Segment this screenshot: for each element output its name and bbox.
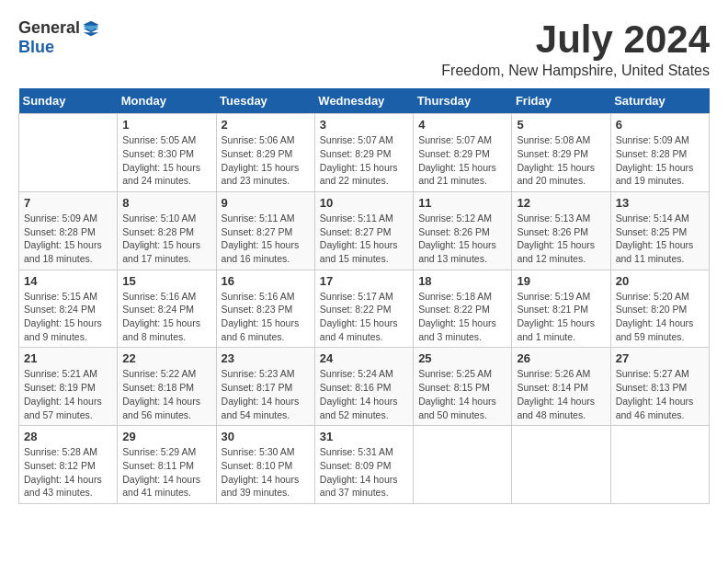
calendar-cell: 31Sunrise: 5:31 AM Sunset: 8:09 PM Dayli…	[314, 426, 413, 504]
day-info: Sunrise: 5:25 AM Sunset: 8:15 PM Dayligh…	[418, 367, 506, 421]
calendar-cell: 29Sunrise: 5:29 AM Sunset: 8:11 PM Dayli…	[118, 426, 216, 504]
day-number: 21	[24, 351, 112, 365]
header-sunday: Sunday	[19, 88, 118, 114]
logo-blue-text: Blue	[18, 38, 54, 57]
day-number: 10	[320, 196, 408, 210]
day-info: Sunrise: 5:28 AM Sunset: 8:12 PM Dayligh…	[24, 445, 112, 500]
calendar-cell: 27Sunrise: 5:27 AM Sunset: 8:13 PM Dayli…	[610, 348, 709, 426]
day-number: 4	[418, 118, 506, 132]
day-info: Sunrise: 5:09 AM Sunset: 8:28 PM Dayligh…	[24, 212, 112, 266]
day-number: 1	[122, 118, 210, 132]
calendar-cell: 2Sunrise: 5:06 AM Sunset: 8:29 PM Daylig…	[216, 114, 314, 192]
calendar-cell: 16Sunrise: 5:16 AM Sunset: 8:23 PM Dayli…	[216, 270, 314, 348]
day-info: Sunrise: 5:17 AM Sunset: 8:22 PM Dayligh…	[320, 290, 408, 344]
day-number: 27	[616, 351, 704, 365]
calendar-cell: 23Sunrise: 5:23 AM Sunset: 8:17 PM Dayli…	[216, 348, 314, 426]
calendar-cell: 7Sunrise: 5:09 AM Sunset: 8:28 PM Daylig…	[19, 191, 118, 270]
day-info: Sunrise: 5:12 AM Sunset: 8:26 PM Dayligh…	[418, 212, 506, 266]
calendar-cell: 22Sunrise: 5:22 AM Sunset: 8:18 PM Dayli…	[118, 348, 216, 426]
day-info: Sunrise: 5:13 AM Sunset: 8:26 PM Dayligh…	[517, 212, 605, 266]
day-number: 13	[616, 196, 704, 210]
day-info: Sunrise: 5:11 AM Sunset: 8:27 PM Dayligh…	[222, 212, 310, 266]
calendar-cell: 30Sunrise: 5:30 AM Sunset: 8:10 PM Dayli…	[216, 426, 314, 504]
day-number: 5	[517, 118, 605, 132]
day-info: Sunrise: 5:08 AM Sunset: 8:29 PM Dayligh…	[517, 133, 605, 188]
day-info: Sunrise: 5:16 AM Sunset: 8:23 PM Dayligh…	[222, 290, 310, 344]
day-number: 29	[122, 430, 210, 443]
calendar-cell: 10Sunrise: 5:11 AM Sunset: 8:27 PM Dayli…	[314, 191, 413, 270]
logo-general-text: General	[18, 18, 80, 38]
calendar-cell: 17Sunrise: 5:17 AM Sunset: 8:22 PM Dayli…	[314, 270, 413, 348]
day-info: Sunrise: 5:07 AM Sunset: 8:29 PM Dayligh…	[418, 133, 506, 188]
day-info: Sunrise: 5:11 AM Sunset: 8:27 PM Dayligh…	[320, 212, 408, 266]
header-monday: Monday	[118, 88, 216, 114]
calendar-week-row: 14Sunrise: 5:15 AM Sunset: 8:24 PM Dayli…	[19, 270, 710, 348]
calendar-week-row: 7Sunrise: 5:09 AM Sunset: 8:28 PM Daylig…	[19, 191, 710, 270]
day-info: Sunrise: 5:29 AM Sunset: 8:11 PM Dayligh…	[122, 445, 210, 500]
title-area: July 2024 Freedom, New Hampshire, United…	[441, 18, 710, 79]
day-number: 15	[122, 274, 210, 288]
calendar-cell: 28Sunrise: 5:28 AM Sunset: 8:12 PM Dayli…	[19, 426, 118, 504]
calendar-cell: 18Sunrise: 5:18 AM Sunset: 8:22 PM Dayli…	[414, 270, 512, 348]
calendar-cell	[19, 114, 118, 192]
calendar-table: SundayMondayTuesdayWednesdayThursdayFrid…	[18, 88, 710, 504]
day-number: 16	[222, 274, 310, 288]
header-tuesday: Tuesday	[216, 88, 314, 114]
day-info: Sunrise: 5:23 AM Sunset: 8:17 PM Dayligh…	[222, 367, 310, 421]
calendar-cell: 12Sunrise: 5:13 AM Sunset: 8:26 PM Dayli…	[512, 191, 610, 270]
logo-icon	[82, 19, 100, 38]
calendar-cell	[512, 426, 610, 504]
calendar-cell: 3Sunrise: 5:07 AM Sunset: 8:29 PM Daylig…	[314, 114, 413, 192]
day-number: 9	[222, 196, 310, 210]
day-info: Sunrise: 5:26 AM Sunset: 8:14 PM Dayligh…	[517, 367, 605, 421]
header-friday: Friday	[512, 88, 610, 114]
day-number: 25	[418, 351, 506, 365]
day-info: Sunrise: 5:30 AM Sunset: 8:10 PM Dayligh…	[222, 445, 310, 500]
day-info: Sunrise: 5:16 AM Sunset: 8:24 PM Dayligh…	[122, 290, 210, 344]
day-number: 7	[24, 196, 112, 210]
calendar-cell	[610, 426, 709, 504]
day-info: Sunrise: 5:19 AM Sunset: 8:21 PM Dayligh…	[517, 290, 605, 344]
day-info: Sunrise: 5:09 AM Sunset: 8:28 PM Dayligh…	[616, 133, 704, 188]
calendar-cell: 6Sunrise: 5:09 AM Sunset: 8:28 PM Daylig…	[610, 114, 709, 192]
calendar-week-row: 28Sunrise: 5:28 AM Sunset: 8:12 PM Dayli…	[19, 426, 710, 504]
day-number: 11	[418, 196, 506, 210]
day-number: 6	[616, 118, 704, 132]
day-info: Sunrise: 5:15 AM Sunset: 8:24 PM Dayligh…	[24, 290, 112, 344]
day-info: Sunrise: 5:24 AM Sunset: 8:16 PM Dayligh…	[320, 367, 408, 421]
calendar-cell: 19Sunrise: 5:19 AM Sunset: 8:21 PM Dayli…	[512, 270, 610, 348]
calendar-cell: 5Sunrise: 5:08 AM Sunset: 8:29 PM Daylig…	[512, 114, 610, 192]
calendar-cell: 9Sunrise: 5:11 AM Sunset: 8:27 PM Daylig…	[216, 191, 314, 270]
header-wednesday: Wednesday	[314, 88, 413, 114]
header-saturday: Saturday	[610, 88, 709, 114]
day-info: Sunrise: 5:06 AM Sunset: 8:29 PM Dayligh…	[222, 133, 310, 188]
calendar-cell: 24Sunrise: 5:24 AM Sunset: 8:16 PM Dayli…	[314, 348, 413, 426]
calendar-cell: 11Sunrise: 5:12 AM Sunset: 8:26 PM Dayli…	[414, 191, 512, 270]
day-info: Sunrise: 5:18 AM Sunset: 8:22 PM Dayligh…	[418, 290, 506, 344]
logo: General Blue	[18, 18, 100, 57]
location-subtitle: Freedom, New Hampshire, United States	[441, 63, 710, 79]
day-number: 31	[320, 430, 408, 443]
calendar-cell: 13Sunrise: 5:14 AM Sunset: 8:25 PM Dayli…	[610, 191, 709, 270]
calendar-cell: 26Sunrise: 5:26 AM Sunset: 8:14 PM Dayli…	[512, 348, 610, 426]
day-number: 28	[24, 430, 112, 443]
day-info: Sunrise: 5:27 AM Sunset: 8:13 PM Dayligh…	[616, 367, 704, 421]
month-title: July 2024	[441, 18, 710, 61]
day-info: Sunrise: 5:10 AM Sunset: 8:28 PM Dayligh…	[122, 212, 210, 266]
day-info: Sunrise: 5:31 AM Sunset: 8:09 PM Dayligh…	[320, 445, 408, 500]
day-info: Sunrise: 5:21 AM Sunset: 8:19 PM Dayligh…	[24, 367, 112, 421]
calendar-week-row: 1Sunrise: 5:05 AM Sunset: 8:30 PM Daylig…	[19, 114, 710, 192]
day-number: 24	[320, 351, 408, 365]
calendar-cell: 21Sunrise: 5:21 AM Sunset: 8:19 PM Dayli…	[19, 348, 118, 426]
day-info: Sunrise: 5:07 AM Sunset: 8:29 PM Dayligh…	[320, 133, 408, 188]
day-number: 20	[616, 274, 704, 288]
day-info: Sunrise: 5:14 AM Sunset: 8:25 PM Dayligh…	[616, 212, 704, 266]
day-info: Sunrise: 5:22 AM Sunset: 8:18 PM Dayligh…	[122, 367, 210, 421]
day-number: 30	[222, 430, 310, 443]
day-number: 2	[222, 118, 310, 132]
day-info: Sunrise: 5:20 AM Sunset: 8:20 PM Dayligh…	[616, 290, 704, 344]
day-number: 3	[320, 118, 408, 132]
header-thursday: Thursday	[414, 88, 512, 114]
day-number: 12	[517, 196, 605, 210]
calendar-cell: 8Sunrise: 5:10 AM Sunset: 8:28 PM Daylig…	[118, 191, 216, 270]
